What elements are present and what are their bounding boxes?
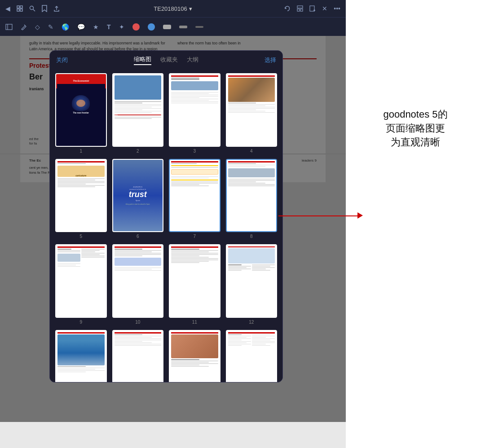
page-num-5: 5 [79,234,82,239]
svg-rect-6 [297,6,303,8]
tab-bookmarks[interactable]: 收藏夹 [160,56,178,65]
thumb-page-12[interactable]: 12 [226,244,278,325]
star-icon[interactable]: ★ [93,23,99,31]
close-x-icon[interactable]: ✕ [322,5,327,12]
svg-rect-0 [17,6,19,8]
layout-icon[interactable] [297,5,303,12]
search-icon[interactable] [29,5,35,12]
annotation-text: goodnotes 5的 页面缩略图更 为直观清晰 [355,108,476,149]
thumb-img-10 [112,244,164,318]
more-icon[interactable]: ••• [334,5,340,12]
pencil-icon[interactable]: ✎ [48,23,53,31]
document-title: TE20180106 ▾ [154,5,192,12]
svg-rect-12 [6,24,12,30]
svg-rect-2 [17,9,19,11]
thumb-img-9 [55,244,107,318]
thumb-img-14 [112,330,164,382]
toolbar-second: ◇ ✎ 🌎 💬 ★ T ✦ [0,17,346,36]
thumb-img-12 [226,244,278,318]
color-blue[interactable] [148,23,155,31]
thumb-img-8 [226,159,278,233]
svg-rect-8 [300,9,303,11]
thumb-page-15[interactable]: 15 [169,330,220,382]
thumb-page-1[interactable]: The Economist The next frontier 1 [55,73,107,154]
bookmark-icon[interactable] [42,5,47,12]
thumb-img-15 [169,330,220,382]
thumbnail-grid: The Economist The next frontier 1 [50,68,282,382]
page-num-11: 11 [192,320,197,325]
svg-rect-3 [20,9,22,11]
svg-rect-1 [20,6,22,8]
svg-point-4 [30,6,34,10]
thumb-page-5[interactable]: caricature 5 [55,159,107,239]
arrow-annotation [278,206,377,224]
page-add-icon[interactable] [309,5,316,12]
thumb-img-5: caricature [55,159,107,233]
thumb-page-7[interactable]: 7 [169,159,220,239]
thumb-page-9[interactable]: 9 [55,244,107,325]
thumb-img-7 [169,159,220,233]
thumb-page-16[interactable]: 16 [226,330,278,382]
arrow-head [357,212,363,219]
modal-tabs: 缩略图 收藏夹 大纲 [134,55,198,65]
tab-thumbnail[interactable]: 缩略图 [134,55,151,65]
page-num-12: 12 [249,320,254,325]
eraser-icon[interactable]: ◇ [35,23,40,31]
thumb-img-11 [169,244,220,318]
text-tool-icon[interactable]: T [107,23,111,31]
thumb-page-14[interactable]: 14 [112,330,164,382]
share-icon[interactable] [53,5,60,12]
thumb-page-3[interactable]: 3 [169,73,220,154]
page-num-10: 10 [135,320,140,325]
arrow-line [278,215,359,216]
page-num-8: 8 [250,234,253,239]
cover-logo: The Economist [73,79,89,82]
modal-close-button[interactable]: 关闭 [56,56,68,64]
pen-tool-icon[interactable] [21,24,27,30]
stroke-gray[interactable] [163,25,171,29]
stroke-medium[interactable] [179,26,187,28]
page-num-2: 2 [137,149,139,154]
thumb-page-11[interactable]: 11 [169,244,220,325]
toolbar-top: ◀ TE20180106 ▾ [0,0,346,17]
color-red[interactable] [132,23,140,31]
thumb-img-2: ANA [112,73,164,147]
stroke-thin[interactable] [195,26,203,28]
page-num-6: 6 [137,234,139,239]
toolbar-left-group: ◀ [5,5,60,12]
thumb-page-6[interactable]: EUROPE'S moment to believe in trust Spai… [112,159,164,239]
thumbnail-modal: 关闭 缩略图 收藏夹 大纲 选择 The Economist [49,50,283,382]
page-num-3: 3 [193,149,196,154]
thumb-img-16 [226,330,278,382]
thumb-img-6: EUROPE'S moment to believe in trust Spai… [112,159,164,233]
comment-icon[interactable]: 💬 [77,23,85,31]
toolbar-right-group: ✕ ••• [284,5,340,12]
grid-icon[interactable] [17,5,23,12]
globe-icon[interactable]: 🌎 [62,23,69,31]
modal-select-button[interactable]: 选择 [265,56,276,64]
svg-line-5 [33,9,35,12]
thumb-page-10[interactable]: 10 [112,244,164,325]
thumb-page-2[interactable]: ANA 2 [112,73,164,154]
thumb-page-8[interactable]: 8 [226,159,278,239]
thumb-img-4 [226,73,278,147]
thumb-img-3 [169,73,220,147]
modal-header: 关闭 缩略图 收藏夹 大纲 选择 [50,51,282,68]
page-num-4: 4 [250,149,253,154]
back-icon[interactable]: ◀ [5,5,10,12]
brush-icon[interactable]: ✦ [119,23,124,31]
page-num-7: 7 [193,234,196,239]
cover-title-text: The next frontier [73,112,89,114]
page-num-1: 1 [79,149,82,154]
thumb-img-13 [55,330,107,382]
thumb-page-13[interactable]: 13 [55,330,107,382]
sidebar-toggle-icon[interactable] [5,24,13,30]
tab-outline[interactable]: 大纲 [187,56,198,65]
undo-icon[interactable] [284,5,291,12]
page-num-9: 9 [79,320,82,325]
svg-rect-7 [297,9,300,11]
thumb-img-1: The Economist The next frontier [55,73,107,147]
thumb-page-4[interactable]: 4 [226,73,278,154]
